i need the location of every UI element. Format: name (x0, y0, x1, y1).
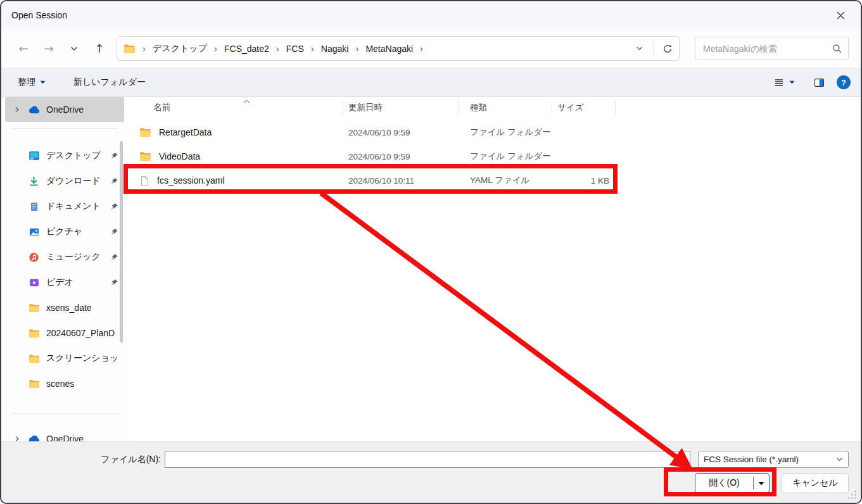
column-header-name[interactable]: 名前 (128, 101, 343, 115)
breadcrumb-separator: › (143, 43, 146, 54)
breadcrumb-item-desktop[interactable]: デスクトップ (153, 43, 207, 54)
sidebar-item-20240607-pland[interactable]: 20240607_PlanD (19, 320, 124, 346)
list-header: 名前 更新日時 種類 サイズ (128, 97, 861, 118)
file-type: ファイル フォルダー (459, 127, 552, 138)
preview-pane-icon (813, 77, 825, 88)
recent-locations-button[interactable] (66, 41, 82, 57)
sidebar-item-label: デスクトップ (46, 150, 104, 161)
file-name: VideoData (159, 151, 200, 161)
sidebar-item-label: scenes (46, 379, 119, 389)
search-icon (832, 44, 842, 53)
address-bar[interactable]: › デスクトップ › FCS_date2 › FCS › Nagaki › Me… (117, 36, 680, 61)
pin-icon (110, 152, 119, 160)
cancel-button[interactable]: キャンセル (782, 473, 849, 493)
open-dropdown-caret[interactable] (754, 481, 769, 486)
toolbar-right-icons: ? (767, 73, 851, 91)
sidebar-item-label: ビデオ (46, 277, 104, 288)
sidebar-item-videos[interactable]: ビデオ (19, 270, 124, 295)
file-type: YAML ファイル (459, 175, 552, 186)
back-button[interactable]: ← (15, 41, 32, 57)
close-button[interactable] (830, 5, 851, 25)
chevron-right-icon (14, 106, 22, 113)
sidebar-scrollbar[interactable] (120, 141, 123, 343)
filename-input[interactable] (165, 451, 690, 468)
column-label: 更新日時 (348, 102, 383, 113)
navigation-pane: OneDrive デスクトップ ダウンロード ドキュメント (1, 97, 128, 442)
sort-ascending-icon (243, 96, 250, 106)
address-dropdown-button[interactable] (630, 40, 648, 58)
file-modified: 2024/06/10 9:59 (343, 128, 459, 137)
sidebar-item-scenes[interactable]: scenes (19, 371, 124, 396)
onedrive-cloud-icon (28, 104, 40, 116)
sidebar-separator (11, 129, 118, 129)
cancel-button-label: キャンセル (792, 477, 838, 489)
filetype-select[interactable]: FCS Session file (*.yaml) (698, 451, 849, 468)
yaml-file-icon (139, 175, 149, 186)
sidebar-item-downloads[interactable]: ダウンロード (19, 168, 124, 194)
sidebar-item-onedrive-top[interactable]: OneDrive (5, 97, 124, 122)
refresh-button[interactable] (659, 40, 676, 58)
preview-pane-button[interactable] (810, 73, 828, 91)
open-button[interactable]: 開く(O) (695, 473, 770, 493)
file-modified: 2024/06/10 9:59 (343, 152, 459, 161)
new-folder-button[interactable]: 新しいフォルダー (67, 73, 152, 91)
sidebar-item-documents[interactable]: ドキュメント (19, 194, 124, 219)
video-icon (28, 277, 40, 289)
navigation-row: ← → ↑ › デスクトップ › FCS_date2 › FCS › Nagak… (1, 29, 861, 68)
desktop-icon (28, 150, 40, 162)
sidebar-item-xsens-date[interactable]: xsens_date (19, 295, 124, 320)
new-folder-label: 新しいフォルダー (73, 77, 146, 88)
file-name: fcs_session.yaml (157, 175, 225, 186)
breadcrumb-item-fcs[interactable]: FCS (286, 44, 304, 54)
sidebar-item-music[interactable]: ミュージック (19, 244, 124, 270)
sidebar-item-desktop[interactable]: デスクトップ (19, 143, 124, 168)
file-name: RetargetData (159, 127, 212, 137)
pin-icon (110, 228, 119, 236)
chevron-down-icon (836, 457, 843, 462)
breadcrumb-separator: › (214, 43, 217, 54)
breadcrumb-separator: › (311, 43, 314, 54)
folder-icon (28, 353, 40, 365)
chevron-down-icon (70, 46, 78, 51)
file-row-fcs-session-yaml[interactable]: fcs_session.yaml 2024/06/10 10:11 YAML フ… (128, 168, 861, 192)
pin-icon (110, 279, 119, 287)
sidebar-item-label: スクリーンショット (46, 353, 119, 364)
forward-button[interactable]: → (41, 41, 57, 57)
folder-icon (28, 327, 40, 339)
file-size: 1 KB (552, 176, 616, 186)
sidebar-item-pictures[interactable]: ピクチャ (19, 219, 124, 244)
sidebar-item-label: 20240607_PlanD (46, 328, 119, 338)
file-row-retargetdata[interactable]: RetargetData 2024/06/10 9:59 ファイル フォルダー (128, 120, 861, 144)
breadcrumb-separator: › (420, 43, 423, 54)
column-header-type[interactable]: 種類 (459, 101, 552, 115)
folder-icon (124, 44, 136, 54)
help-button[interactable]: ? (837, 75, 851, 89)
breadcrumb-item-metanagaki[interactable]: MetaNagaki (365, 44, 413, 54)
up-button[interactable]: ↑ (91, 41, 108, 57)
breadcrumb-item-nagaki[interactable]: Nagaki (321, 44, 349, 54)
command-toolbar: 整理 新しいフォルダー ? (1, 68, 861, 97)
resize-grip[interactable] (847, 490, 857, 500)
file-type: ファイル フォルダー (459, 151, 552, 162)
organize-label: 整理 (18, 77, 35, 88)
sidebar-item-label: OneDrive (46, 104, 119, 115)
view-mode-button[interactable] (767, 74, 801, 91)
nav-arrows: ← → ↑ (15, 41, 108, 57)
breadcrumb-item-fcs-date2[interactable]: FCS_date2 (224, 44, 269, 54)
refresh-icon (662, 44, 673, 54)
column-label: 名前 (153, 102, 170, 113)
folder-icon (28, 378, 40, 390)
pin-icon (110, 203, 119, 211)
sidebar-item-label: xsens_date (46, 303, 119, 313)
title-bar: Open Session (1, 1, 861, 29)
folder-icon (139, 127, 151, 137)
column-header-modified[interactable]: 更新日時 (343, 101, 459, 115)
sidebar-pinned-group: デスクトップ ダウンロード ドキュメント ピクチャ (1, 143, 128, 396)
sidebar-item-screenshots[interactable]: スクリーンショット (19, 346, 124, 371)
organize-button[interactable]: 整理 (11, 73, 52, 91)
file-row-videodata[interactable]: VideoData 2024/06/10 9:59 ファイル フォルダー (128, 144, 861, 168)
column-header-size[interactable]: サイズ (552, 101, 616, 115)
search-input[interactable] (702, 43, 832, 54)
download-icon (28, 175, 40, 187)
list-view-icon (773, 77, 785, 87)
